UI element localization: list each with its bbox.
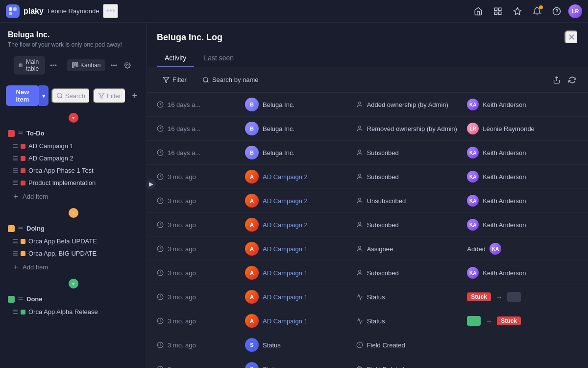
- list-item[interactable]: Orca App Beta UPDATE: [8, 235, 143, 247]
- todo-collapse-circle[interactable]: ▾: [69, 113, 78, 123]
- done-collapse-circle[interactable]: ▾: [69, 279, 78, 289]
- done-group-header[interactable]: Done: [4, 292, 143, 306]
- log-entity: A AD Campaign 1: [245, 242, 356, 256]
- svg-point-38: [358, 150, 361, 153]
- svg-point-44: [358, 222, 361, 225]
- todo-color-dot: [8, 130, 15, 137]
- todo-group-name: To-Do: [26, 130, 139, 137]
- svg-marker-20: [98, 93, 104, 99]
- log-entity: A AD Campaign 1: [245, 314, 356, 328]
- workspace-subtitle: The flow of your work is only one pod aw…: [8, 41, 139, 48]
- entity-name: Status: [263, 366, 281, 368]
- item-color-indicator: [21, 310, 25, 315]
- item-name: AD Campaign 1: [28, 142, 74, 150]
- entity-name: Beluga Inc.: [263, 101, 294, 108]
- help-icon-btn[interactable]: [549, 3, 564, 19]
- svg-rect-10: [19, 64, 22, 67]
- notifications-icon-btn[interactable]: [529, 3, 545, 19]
- entity-name-link[interactable]: AD Campaign 2: [263, 197, 308, 205]
- entity-avatar: A: [245, 290, 259, 304]
- log-toolbar: Filter Search by name: [147, 67, 588, 93]
- entity-name-link[interactable]: AD Campaign 1: [263, 317, 308, 325]
- main-table-more-btn[interactable]: •••: [48, 60, 59, 71]
- user-avatar-sm: KA: [467, 219, 479, 231]
- svg-rect-15: [74, 63, 76, 66]
- svg-rect-0: [9, 7, 12, 11]
- list-item[interactable]: AD Campaign 1: [8, 140, 143, 152]
- todo-add-item-row[interactable]: ＋ Add Item: [8, 189, 143, 204]
- add-icon: ＋: [12, 262, 20, 272]
- log-filter-button[interactable]: Filter: [157, 73, 193, 86]
- time-value: 3 mo. ago: [168, 173, 196, 181]
- entity-name-link[interactable]: AD Campaign 1: [263, 269, 308, 277]
- app-name: plaky: [24, 7, 44, 16]
- user-avatar-sm: LR: [467, 123, 479, 134]
- drag-handle-icon: [13, 181, 18, 185]
- add-item-label: Add Item: [23, 193, 48, 200]
- log-toolbar-right: [551, 74, 578, 86]
- user-name: Léonie Raymonde: [483, 125, 535, 132]
- done-group-items: Orca App Alpha Release: [4, 306, 143, 318]
- list-item[interactable]: Orca App Phase 1 Test: [8, 164, 143, 177]
- log-entity: B Beluga Inc.: [245, 122, 356, 135]
- log-share-btn[interactable]: [551, 74, 563, 86]
- svg-point-17: [127, 64, 129, 66]
- svg-point-46: [358, 246, 361, 249]
- entity-name-link[interactable]: AD Campaign 2: [263, 173, 308, 181]
- doing-color-dot: [8, 225, 15, 232]
- entity-name-link[interactable]: AD Campaign 2: [263, 221, 308, 229]
- apps-icon-btn[interactable]: [490, 3, 506, 19]
- filter-button[interactable]: Filter: [93, 88, 126, 104]
- log-row: 3 mo. ago S Status Field Created: [147, 333, 588, 357]
- doing-group-header[interactable]: Doing: [4, 222, 143, 235]
- entity-name-link[interactable]: AD Campaign 1: [263, 293, 308, 301]
- tab-last-seen[interactable]: Last seen: [196, 50, 242, 67]
- kanban-view-btn[interactable]: Kanban: [67, 59, 105, 71]
- log-row: 3 mo. ago A AD Campaign 1 Subscribed KA …: [147, 261, 588, 285]
- action-text: Assignee: [367, 245, 393, 253]
- panel-tabs: Activity Last seen: [157, 50, 578, 67]
- log-action: Assignee: [356, 245, 467, 253]
- item-name: Orca App Alpha Release: [28, 308, 98, 315]
- log-time: 16 days a...: [157, 101, 245, 108]
- todo-group-header[interactable]: To-Do: [4, 127, 143, 140]
- list-item[interactable]: AD Campaign 2: [8, 152, 143, 164]
- log-action: Subscribed: [356, 269, 467, 277]
- new-item-chevron-btn[interactable]: ▾: [39, 85, 49, 106]
- kanban-more-btn[interactable]: •••: [108, 60, 119, 71]
- settings-btn[interactable]: [122, 60, 133, 71]
- entity-name: Beluga Inc.: [263, 149, 294, 157]
- status-arrow: →: [496, 293, 502, 301]
- log-time: 3 mo. ago: [157, 173, 245, 181]
- new-item-button[interactable]: New Item: [6, 85, 39, 106]
- search-button[interactable]: Search: [51, 88, 90, 104]
- notification-dot: [539, 5, 543, 9]
- log-user-status: → Stuck: [467, 316, 578, 326]
- doing-collapse-circle[interactable]: ▾: [69, 208, 78, 218]
- tab-activity[interactable]: Activity: [157, 50, 194, 67]
- list-item[interactable]: Orca App Alpha Release: [8, 306, 143, 318]
- user-avatar-sm: KA: [467, 171, 479, 183]
- todo-group-items: AD Campaign 1 AD Campaign 2 Orca App Pha…: [4, 140, 143, 204]
- log-action: Subscribed: [356, 173, 467, 181]
- panel-close-button[interactable]: ✕: [564, 30, 578, 44]
- log-row: 16 days a... B Beluga Inc. Added ownersh…: [147, 93, 588, 117]
- user-name: Keith Anderson: [483, 197, 526, 205]
- item-name: Orca App Beta UPDATE: [28, 237, 97, 245]
- right-panel: Beluga Inc. Log ✕ Activity Last seen Fil…: [147, 23, 588, 368]
- panel-title: Beluga Inc. Log: [157, 32, 222, 43]
- doing-add-item-row[interactable]: ＋ Add Item: [8, 260, 143, 275]
- home-icon-btn[interactable]: [470, 3, 486, 19]
- favorites-icon-btn[interactable]: [510, 3, 525, 19]
- more-actions-btn[interactable]: [129, 90, 141, 102]
- app-more-button[interactable]: •••: [103, 4, 118, 18]
- top-nav: plaky Léonie Raymonde ••• LR: [0, 0, 588, 23]
- log-refresh-btn[interactable]: [566, 74, 578, 86]
- list-item[interactable]: Orca App, BIG UPDATE: [8, 247, 143, 260]
- log-search-button[interactable]: Search by name: [196, 73, 265, 86]
- list-item[interactable]: Product Implementation: [8, 177, 143, 189]
- entity-name-link[interactable]: AD Campaign 1: [263, 245, 308, 253]
- main-table-view-btn[interactable]: Main table: [14, 56, 45, 75]
- entity-name: Status: [263, 342, 281, 349]
- user-avatar[interactable]: LR: [568, 4, 582, 18]
